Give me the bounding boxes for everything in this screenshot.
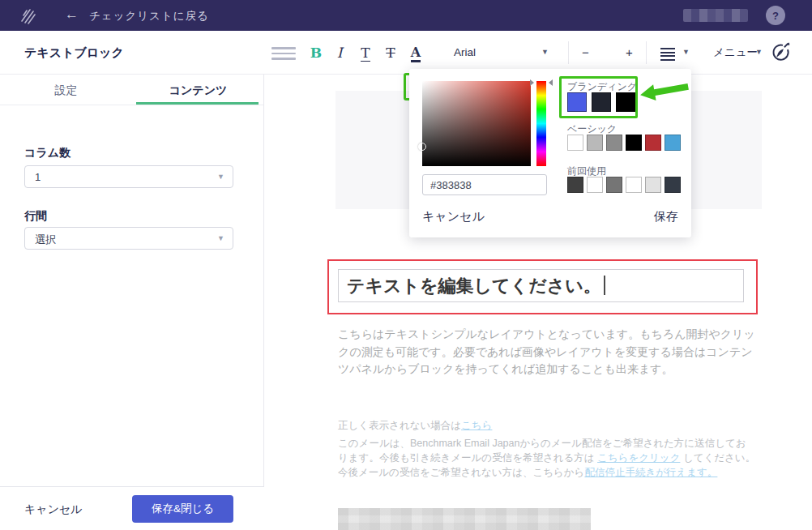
top-navbar: ← チェックリストに戻る ? [0, 0, 812, 31]
color-swatch[interactable] [665, 135, 681, 151]
branding-swatches [567, 92, 635, 112]
color-swatch[interactable] [606, 135, 622, 151]
recent-swatches [567, 177, 681, 193]
font-size-increase-button[interactable]: + [626, 31, 633, 75]
drag-handle-icon[interactable] [271, 47, 296, 63]
chevron-down-icon[interactable]: ▼ [682, 48, 690, 56]
back-to-checklist-link[interactable]: チェックリストに戻る [89, 9, 209, 24]
unsubscribe-link[interactable]: 配信停止手続きが行えます。 [584, 467, 717, 478]
hue-indicator-right-icon [549, 79, 553, 86]
color-swatch[interactable] [567, 92, 587, 112]
settings-sidebar: 設定 コンテンツ コラム数 1 ▼ 行間 選択 ▼ キャンセル 保存&閉じる [0, 75, 264, 530]
font-color-button[interactable]: A [406, 31, 425, 75]
strikethrough-button[interactable]: T [382, 31, 399, 75]
launch-rocket-icon[interactable] [770, 41, 792, 66]
color-swatch[interactable] [587, 135, 603, 151]
tab-settings[interactable]: 設定 [0, 75, 132, 105]
color-swatch[interactable] [587, 177, 603, 193]
underline-button[interactable]: T [357, 31, 374, 75]
app-window: ← チェックリストに戻る ? テキストブロック B I T T A Arial … [0, 0, 812, 530]
sidebar-tabs: 設定 コンテンツ [0, 75, 263, 105]
column-count-label: コラム数 [24, 146, 71, 160]
color-swatch[interactable] [606, 177, 622, 193]
line-height-label: 行間 [24, 209, 47, 224]
font-family-select[interactable]: Arial ▼ [452, 31, 553, 75]
toolbar-divider [646, 41, 647, 64]
save-and-close-button[interactable]: 保存&閉じる [132, 495, 233, 523]
redacted-account-name [683, 9, 748, 22]
chevron-down-icon[interactable]: ▼ [755, 48, 763, 56]
color-swatch[interactable] [626, 135, 642, 151]
view-online-link[interactable]: こちら [461, 420, 492, 431]
text-cursor [604, 276, 605, 295]
line-height-select[interactable]: 選択 ▼ [24, 227, 233, 250]
color-swatch[interactable] [592, 92, 611, 112]
saturation-cursor[interactable] [418, 143, 426, 151]
back-arrow-icon[interactable]: ← [65, 6, 79, 23]
active-tab-underline [136, 102, 259, 105]
chevron-down-icon: ▼ [541, 48, 549, 56]
email-footer-text: 正しく表示されない場合はこちら このメールは、Benchmark Email J… [338, 418, 756, 481]
italic-button[interactable]: I [332, 31, 347, 75]
email-body-text: こちらはテキストシンプルなレイアウトとなっています。もちろん開封やクリックの測定… [338, 326, 756, 378]
formatting-toolbar: テキストブロック B I T T A Arial ▼ − + ▼ メニュー ▼ [0, 31, 812, 75]
bold-button[interactable]: B [308, 31, 324, 75]
color-swatch[interactable] [567, 177, 583, 193]
benchmark-logo-icon [18, 5, 39, 29]
menu-dropdown[interactable]: メニュー [713, 31, 758, 75]
alignment-button[interactable] [660, 48, 675, 62]
block-title: テキストブロック [24, 31, 124, 75]
hue-indicator-left-icon [530, 79, 534, 86]
email-heading-text-field[interactable]: テキストを編集してください。 [338, 269, 744, 302]
font-size-decrease-button[interactable]: − [582, 31, 589, 75]
basic-swatches [567, 135, 681, 151]
color-picker-save-button[interactable]: 保存 [654, 209, 678, 224]
hue-slider[interactable] [536, 81, 546, 166]
color-swatch[interactable] [567, 135, 583, 151]
cancel-button[interactable]: キャンセル [24, 487, 83, 530]
color-picker-popup: ブランディング ベーシック 前回使用 キャンセル 保存 [409, 69, 691, 237]
color-picker-cancel-button[interactable]: キャンセル [422, 209, 485, 224]
column-count-select[interactable]: 1 ▼ [24, 165, 233, 188]
blurred-address-block [338, 508, 591, 530]
toolbar-divider [568, 41, 569, 64]
chevron-down-icon: ▼ [217, 234, 224, 242]
click-here-link[interactable]: こちらをクリック [597, 452, 680, 464]
color-swatch[interactable] [645, 135, 661, 151]
tab-content[interactable]: コンテンツ [132, 75, 264, 105]
color-swatch[interactable] [626, 177, 642, 193]
sidebar-footer: キャンセル 保存&閉じる [0, 486, 264, 530]
chevron-down-icon: ▼ [217, 173, 224, 181]
saturation-gradient-area[interactable] [422, 81, 531, 166]
color-swatch[interactable] [665, 177, 681, 193]
help-button[interactable]: ? [766, 6, 785, 25]
color-swatch[interactable] [616, 92, 635, 112]
color-swatch[interactable] [645, 177, 661, 193]
hex-color-input[interactable] [422, 174, 547, 195]
